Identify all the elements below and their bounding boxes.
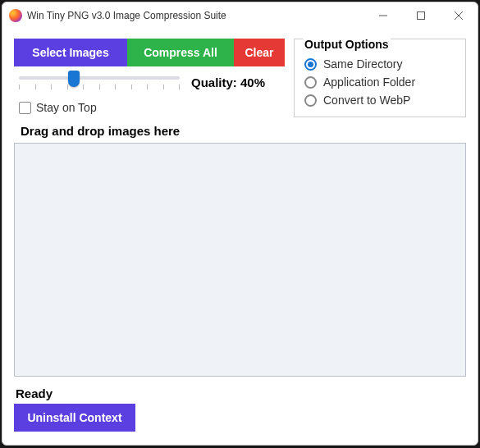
clear-button[interactable]: Clear — [234, 39, 285, 66]
output-options-title: Output Options — [303, 38, 391, 51]
radio-same-directory[interactable]: Same Directory — [304, 57, 455, 71]
output-options-group: Output Options Same Directory Applicatio… — [294, 39, 466, 117]
close-button[interactable] — [440, 2, 478, 29]
radio-label: Application Folder — [323, 75, 415, 89]
radio-icon — [304, 76, 317, 89]
stay-on-top-label: Stay on Top — [36, 101, 97, 114]
radio-application-folder[interactable]: Application Folder — [304, 75, 455, 89]
uninstall-context-button[interactable]: Uninstall Context — [14, 404, 135, 432]
quality-label: Quality: 40% — [191, 75, 265, 89]
app-icon — [9, 9, 22, 22]
stay-on-top-checkbox[interactable] — [19, 102, 31, 114]
radio-convert-webp[interactable]: Convert to WebP — [304, 94, 455, 107]
status-text: Ready — [16, 386, 466, 400]
window-title: Win Tiny PNG v3.0 Image Compression Suit… — [27, 10, 364, 21]
radio-icon — [304, 58, 317, 71]
radio-label: Same Directory — [323, 57, 402, 71]
radio-icon — [304, 94, 317, 107]
minimize-button[interactable] — [364, 2, 402, 29]
radio-label: Convert to WebP — [323, 94, 410, 107]
quality-slider[interactable] — [19, 71, 180, 98]
drop-zone[interactable] — [14, 143, 466, 377]
svg-rect-1 — [418, 12, 425, 20]
drag-drop-label: Drag and drop images here — [21, 124, 466, 138]
maximize-button[interactable] — [402, 2, 440, 29]
compress-all-button[interactable]: Compress All — [127, 39, 234, 66]
content-area: Select Images Compress All Clear Quality… — [2, 29, 478, 445]
select-images-button[interactable]: Select Images — [14, 39, 127, 66]
app-window: Win Tiny PNG v3.0 Image Compression Suit… — [2, 2, 478, 446]
titlebar[interactable]: Win Tiny PNG v3.0 Image Compression Suit… — [2, 2, 478, 29]
